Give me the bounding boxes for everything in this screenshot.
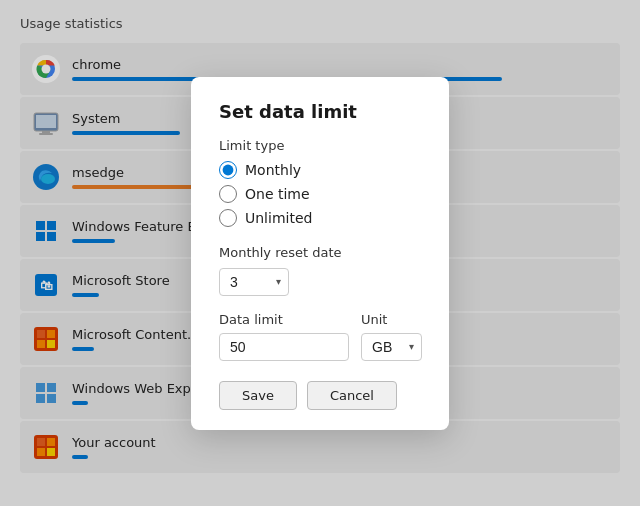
data-limit-section: Data limit Unit GB MB ▾ [219,312,421,361]
set-data-limit-modal: Set data limit Limit type Monthly One ti… [191,77,449,430]
unit-select[interactable]: GB MB [361,333,422,361]
data-limit-label: Data limit [219,312,349,327]
unit-label: Unit [361,312,422,327]
reset-date-wrapper: 3 1 2 4 5 ▾ [219,268,289,296]
data-limit-col: Data limit [219,312,349,361]
radio-onetime-input[interactable] [219,185,237,203]
button-row: Save Cancel [219,381,421,410]
reset-date-select[interactable]: 3 1 2 4 5 [219,268,289,296]
radio-unlimited-label: Unlimited [245,210,312,226]
radio-unlimited[interactable]: Unlimited [219,209,421,227]
reset-date-section: Monthly reset date 3 1 2 4 5 ▾ [219,245,421,296]
unit-col: Unit GB MB ▾ [361,312,422,361]
radio-unlimited-input[interactable] [219,209,237,227]
save-button[interactable]: Save [219,381,297,410]
modal-title: Set data limit [219,101,421,122]
radio-onetime[interactable]: One time [219,185,421,203]
radio-monthly-input[interactable] [219,161,237,179]
data-limit-row: Data limit Unit GB MB ▾ [219,312,421,361]
radio-onetime-label: One time [245,186,310,202]
data-limit-input[interactable] [219,333,349,361]
unit-wrapper: GB MB ▾ [361,333,422,361]
modal-overlay: Set data limit Limit type Monthly One ti… [0,0,640,506]
limit-type-label: Limit type [219,138,421,153]
cancel-button[interactable]: Cancel [307,381,397,410]
limit-type-radio-group: Monthly One time Unlimited [219,161,421,227]
radio-monthly[interactable]: Monthly [219,161,421,179]
radio-monthly-label: Monthly [245,162,301,178]
reset-date-label: Monthly reset date [219,245,421,260]
